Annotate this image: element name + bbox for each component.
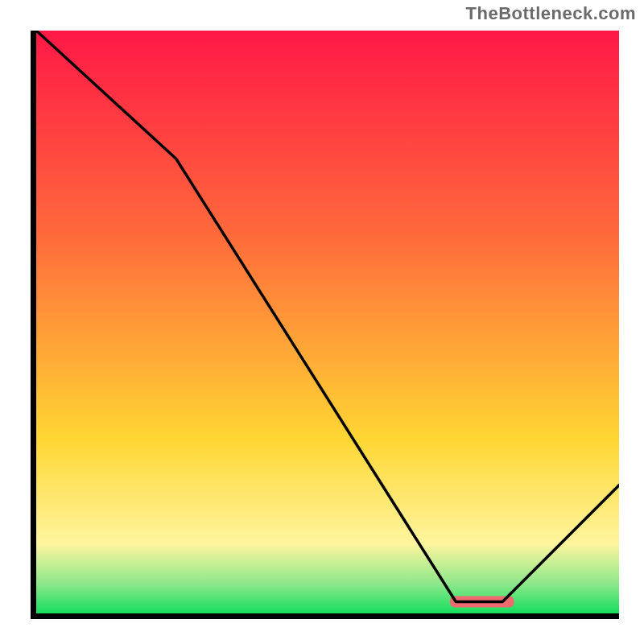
plot-background	[36, 31, 619, 613]
watermark-text: TheBottleneck.com	[466, 3, 636, 24]
chart-svg	[36, 31, 619, 613]
chart-wrapper: TheBottleneck.com	[0, 0, 644, 644]
